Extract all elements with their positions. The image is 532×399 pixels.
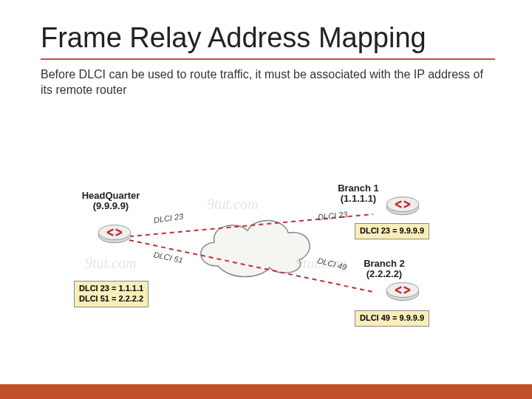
router-branch1-icon (384, 195, 421, 217)
hq-name: HeadQuarter (82, 190, 140, 201)
footer-bar (0, 384, 532, 399)
map-box-b2: DLCI 49 = 9.9.9.9 (355, 310, 429, 327)
map-b2-line: DLCI 49 = 9.9.9.9 (360, 313, 424, 324)
router-hq-icon (96, 223, 133, 245)
map-box-b1: DLCI 23 = 9.9.9.9 (355, 223, 429, 239)
map-box-hq: DLCI 23 = 1.1.1.1 DLCI 51 = 2.2.2.2 (74, 281, 149, 307)
svg-point-3 (98, 225, 130, 240)
hq-ip: (9.9.9.9) (93, 200, 129, 211)
router-branch2-icon (384, 281, 421, 303)
network-diagram: HeadQuarter (9.9.9.9) Branch 1 (1.1.1.1)… (81, 177, 451, 347)
frame-relay-cloud-icon (188, 207, 321, 281)
page-title: Frame Relay Address Mapping (41, 22, 495, 60)
hq-label: HeadQuarter (9.9.9.9) (74, 191, 148, 212)
svg-point-5 (386, 197, 418, 212)
dlci-hq-bot: DLCI 51 (153, 250, 184, 265)
branch1-name: Branch 1 (338, 183, 379, 194)
map-hq-line1: DLCI 23 = 1.1.1.1 (79, 284, 143, 294)
dlci-b1: DLCI 23 (317, 210, 347, 222)
map-hq-line2: DLCI 51 = 2.2.2.2 (79, 294, 143, 304)
watermark-2: 9tut.com (85, 255, 136, 272)
dlci-hq-top: DLCI 23 (153, 211, 184, 225)
branch1-ip: (1.1.1.1) (341, 193, 376, 204)
branch2-ip: (2.2.2.2) (366, 268, 402, 279)
subtitle-text: Before DLCI can be used to route traffic… (41, 67, 491, 98)
branch1-label: Branch 1 (1.1.1.1) (329, 183, 388, 205)
svg-point-7 (386, 283, 418, 298)
branch2-label: Branch 2 (2.2.2.2) (355, 259, 414, 280)
map-b1-line: DLCI 23 = 9.9.9.9 (360, 226, 424, 236)
branch2-name: Branch 2 (364, 258, 405, 269)
